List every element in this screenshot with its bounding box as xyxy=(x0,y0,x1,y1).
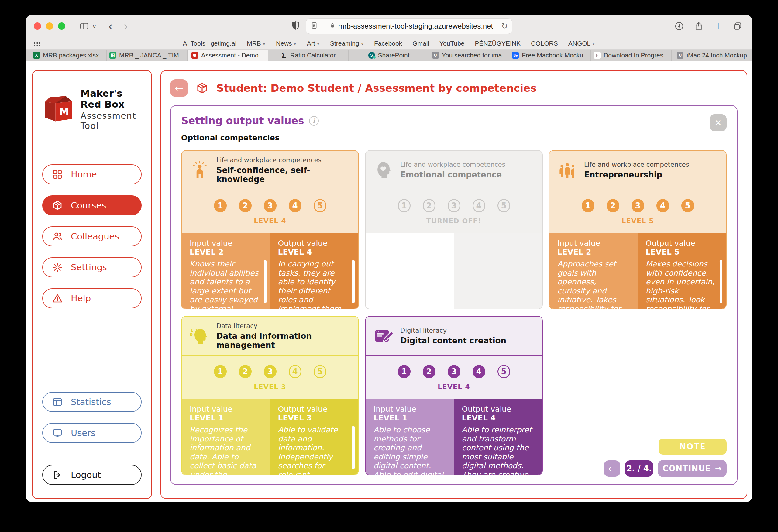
level-circle-3[interactable]: 3 xyxy=(448,365,460,378)
bookmark-item[interactable]: PÉNZÜGYEINK xyxy=(475,40,521,47)
level-circle-5[interactable]: 5 xyxy=(314,199,326,212)
level-circle-1[interactable]: 1 xyxy=(214,199,227,212)
level-circle-3[interactable]: 3 xyxy=(631,199,644,212)
level-circle-4[interactable]: 4 xyxy=(656,199,669,212)
sidebar-item-settings[interactable]: Settings xyxy=(42,257,142,277)
level-circle-1[interactable]: 1 xyxy=(398,365,410,378)
sidebar-item-colleagues[interactable]: Colleagues xyxy=(42,226,142,246)
reader-mode-icon[interactable] xyxy=(310,21,318,31)
sidebar-toggle-icon[interactable] xyxy=(77,19,91,33)
sidebar-item-users[interactable]: Users xyxy=(42,423,142,443)
panel-text: Recognizes the importance of information… xyxy=(189,425,262,475)
scrollbar-thumb[interactable] xyxy=(352,260,355,303)
scrollbar-thumb[interactable] xyxy=(264,260,266,303)
modal-title: Setting output values xyxy=(181,115,304,127)
level-circle-2[interactable]: 2 xyxy=(239,199,252,212)
bookmark-item[interactable]: News∨ xyxy=(276,40,297,47)
bookmark-item[interactable]: YouTube xyxy=(440,40,465,47)
previous-step-button[interactable]: ← xyxy=(604,460,620,477)
sidebar-item-courses[interactable]: Courses xyxy=(42,195,142,215)
modal-controls: NOTE ← 2. / 4. CONTINUE → xyxy=(604,439,727,477)
tab-imac-mockup[interactable]: U iMac 24 Inch Mockup xyxy=(672,50,752,61)
bookmark-item[interactable]: Streaming∨ xyxy=(330,40,364,47)
bookmarks-grid-icon[interactable] xyxy=(33,40,41,48)
downloads-icon[interactable] xyxy=(673,19,686,33)
level-circle-2[interactable]: 2 xyxy=(423,365,436,378)
tab-ratio-calculator[interactable]: Σ Ratio Calculator xyxy=(268,50,348,61)
output-value-panel xyxy=(454,233,542,309)
browser-titlebar: ∨ ‹ › mrb-assess xyxy=(26,15,752,37)
level-circle-4[interactable]: 4 xyxy=(289,199,302,212)
level-circle-1[interactable]: 1 xyxy=(582,199,595,212)
gear-icon xyxy=(52,262,63,273)
level-circle-5[interactable]: 5 xyxy=(681,199,694,212)
minimize-window-button[interactable] xyxy=(46,22,53,30)
continue-button[interactable]: CONTINUE → xyxy=(658,460,727,477)
level-circle-1[interactable]: 1 xyxy=(214,365,227,378)
bookmark-item[interactable]: MRB∨ xyxy=(247,40,265,47)
bookmark-item[interactable]: AI Tools | getimg.ai xyxy=(183,40,236,47)
svg-text:0 0: 0 0 xyxy=(189,332,197,337)
address-bar[interactable]: mrb-assessment-tool-staging.azurewebsite… xyxy=(306,18,513,34)
sidebar-item-logout[interactable]: Logout xyxy=(42,465,142,485)
info-icon[interactable]: i xyxy=(309,116,319,126)
logout-icon xyxy=(52,469,63,480)
card-data-information-management: 1 1 0 0 Data literacy Data and informati… xyxy=(181,316,359,475)
panel-level: LEVEL 3 xyxy=(278,414,351,422)
browser-forward-button[interactable]: › xyxy=(120,20,132,32)
privacy-shield-icon[interactable] xyxy=(291,20,301,32)
level-circle-4[interactable]: 4 xyxy=(473,365,485,378)
level-circle-2[interactable]: 2 xyxy=(607,199,619,212)
level-circle-5[interactable]: 5 xyxy=(314,365,326,378)
scrollbar-thumb[interactable] xyxy=(352,426,355,469)
sidebar-chevron-icon[interactable]: ∨ xyxy=(92,22,97,30)
level-circle-5: 5 xyxy=(497,199,510,212)
fullscreen-window-button[interactable] xyxy=(58,22,65,30)
bookmark-item[interactable]: Facebook xyxy=(374,40,402,47)
tab-mrb-janca[interactable]: ⊞ MRB _ JANCA _ TIM... xyxy=(107,50,187,61)
close-icon[interactable]: ✕ xyxy=(710,114,727,131)
tab-search-images[interactable]: U You searched for ima... xyxy=(430,50,510,61)
close-window-button[interactable] xyxy=(34,22,41,30)
app-sidebar: M Maker's Red Box Assessment Tool Home xyxy=(32,70,152,499)
panel-text: Able to choose methods for creating and … xyxy=(374,425,446,475)
level-label: LEVEL 3 xyxy=(254,383,286,391)
svg-text:M: M xyxy=(59,106,69,117)
url-display: mrb-assessment-tool-staging.azurewebsite… xyxy=(321,22,501,30)
tab-assessment-active[interactable]: Assessment - Demo... xyxy=(187,50,268,61)
refresh-icon[interactable]: ↻ xyxy=(501,21,508,31)
excel-icon: X xyxy=(33,52,40,59)
level-circle-4[interactable]: 4 xyxy=(289,365,302,378)
tab-download-progress[interactable]: F Download In Progres... xyxy=(591,50,672,61)
sidebar-item-statistics[interactable]: Statistics xyxy=(42,392,142,412)
panel-level: LEVEL 2 xyxy=(189,248,262,256)
page-title: Student: Demo Student / Assessment by co… xyxy=(216,82,536,94)
share-icon[interactable] xyxy=(692,19,705,33)
level-circle-2[interactable]: 2 xyxy=(239,365,252,378)
card-title: Entrepreneurship xyxy=(584,170,689,179)
back-button[interactable]: ← xyxy=(170,79,188,97)
tab-sharepoint[interactable]: S SharePoint xyxy=(348,50,430,61)
bookmark-item[interactable]: ANGOL∨ xyxy=(568,40,595,47)
panel-level: LEVEL 2 xyxy=(557,248,630,256)
card-title: Self-confidence, self-knowledge xyxy=(216,166,351,184)
sidebar-item-help[interactable]: Help xyxy=(42,288,142,308)
bookmark-item[interactable]: Art∨ xyxy=(307,40,320,47)
tab-mrb-packages[interactable]: X MRB packages.xlsx xyxy=(26,50,107,61)
level-circle-3[interactable]: 3 xyxy=(264,199,277,212)
sidebar-item-home[interactable]: Home xyxy=(42,164,142,184)
bookmark-item[interactable]: COLORS xyxy=(531,40,558,47)
tab-overview-icon[interactable] xyxy=(731,19,744,33)
scrollbar-thumb[interactable] xyxy=(720,260,722,303)
level-label: LEVEL 4 xyxy=(254,217,286,225)
main-panel: ← Student: Demo Student / Assessment by … xyxy=(160,70,747,499)
bookmark-item[interactable]: Gmail xyxy=(412,40,429,47)
level-circle-5[interactable]: 5 xyxy=(497,365,510,378)
tab-macbook-mockup[interactable]: Be Free Macbook Mocku... xyxy=(510,50,591,61)
new-tab-icon[interactable]: + xyxy=(711,19,725,33)
browser-back-button[interactable]: ‹ xyxy=(104,20,117,32)
panel-label: Output value xyxy=(646,239,718,248)
level-circle-3[interactable]: 3 xyxy=(264,365,277,378)
note-button[interactable]: NOTE xyxy=(658,439,727,454)
people-group-icon xyxy=(557,160,577,180)
